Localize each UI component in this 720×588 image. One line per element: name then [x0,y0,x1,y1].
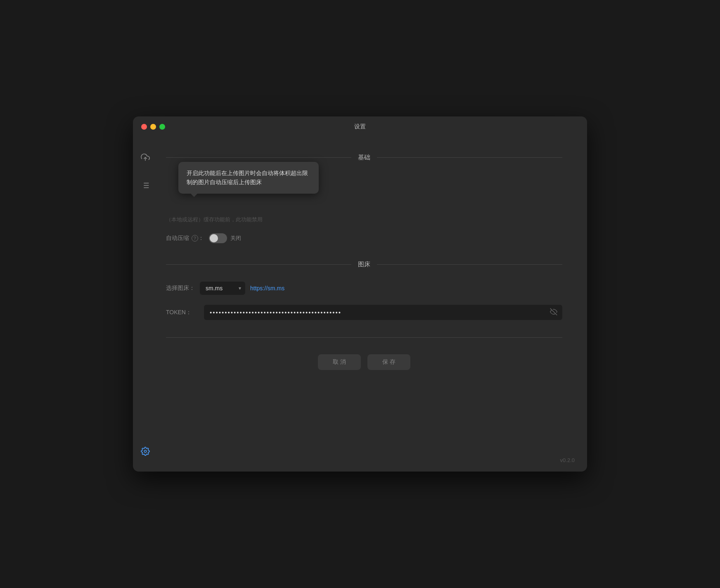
select-wrapper: sm.ms ▾ [200,282,245,295]
main-content: 基础 开启此功能后在上传图片时会自动将体积超出限制的图片自动压缩后上传图床 （本… [133,137,587,472]
window-title: 设置 [354,123,366,130]
cache-note: （本地或远程）缓存功能前，此功能禁用 [166,216,263,223]
close-button[interactable] [141,124,147,130]
auto-compress-toggle-row: 自动压缩 ?： 关闭 [166,228,562,248]
image-host-section-title: 图床 [358,261,370,268]
image-host-section-divider: 图床 [166,261,562,268]
toggle-state-label: 关闭 [230,235,241,242]
basic-section-title: 基础 [358,154,370,161]
eye-icon[interactable] [550,308,557,317]
token-input[interactable] [204,305,562,320]
cancel-button[interactable]: 取 消 [318,354,361,370]
minimize-button[interactable] [150,124,156,130]
token-row: TOKEN： [166,300,562,325]
select-image-host-row: 选择图床： sm.ms ▾ https://sm.ms [166,277,562,300]
svg-point-7 [144,450,147,453]
sidebar-item-settings[interactable] [137,443,153,459]
traffic-lights [141,124,165,130]
image-host-link[interactable]: https://sm.ms [250,285,284,292]
save-button[interactable]: 保 存 [367,354,410,370]
content-area: 基础 开启此功能后在上传图片时会自动将体积超出限制的图片自动压缩后上传图床 （本… [158,137,587,472]
image-host-select[interactable]: sm.ms [200,282,245,295]
token-input-wrapper [204,305,562,320]
maximize-button[interactable] [159,124,165,130]
tooltip-box: 开启此功能后在上传图片时会自动将体积超出限制的图片自动压缩后上传图床 [178,162,319,194]
tooltip-text: 开启此功能后在上传图片时会自动将体积超出限制的图片自动压缩后上传图床 [187,170,308,185]
tooltip-arrow [191,194,197,197]
sidebar [133,137,158,472]
toggle-container: 关闭 [209,233,241,243]
basic-section-divider: 基础 [166,154,562,161]
select-label: 选择图床： [166,285,195,292]
toggle-knob [210,234,218,242]
button-row: 取 消 保 存 [166,354,562,370]
version-text: v0.2.0 [560,457,575,463]
titlebar: 设置 [133,116,587,137]
sidebar-item-upload[interactable] [137,149,153,165]
auto-compress-label: 自动压缩 ?： [166,235,204,242]
auto-compress-toggle[interactable] [209,233,227,243]
token-label: TOKEN： [166,309,199,316]
auto-compress-row: （本地或远程）缓存功能前，此功能禁用 [166,211,562,228]
help-icon[interactable]: ? [192,235,198,242]
settings-window: 设置 [133,116,587,472]
sidebar-item-list[interactable] [137,178,153,193]
